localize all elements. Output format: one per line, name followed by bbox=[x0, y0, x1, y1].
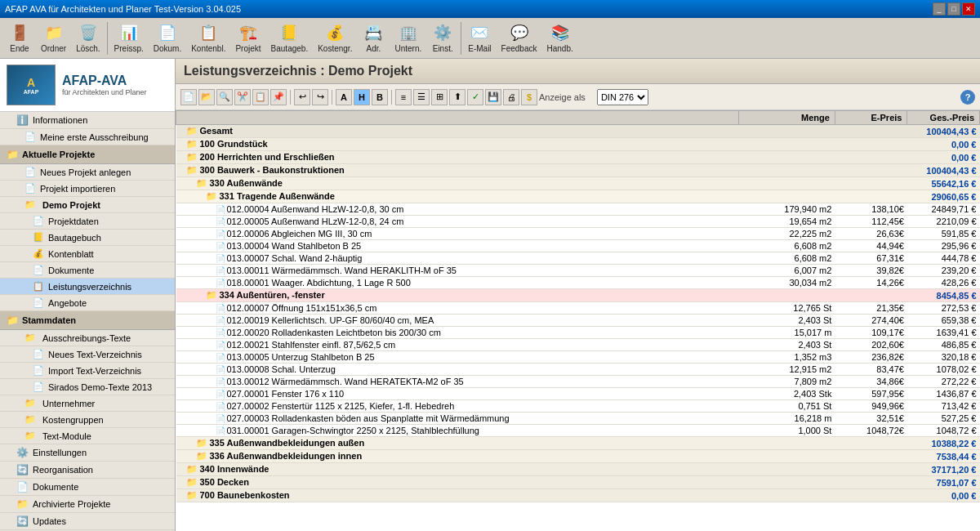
sidebar-item-sirados[interactable]: 📄 Sirados Demo-Texte 2013 bbox=[0, 379, 175, 395]
sidebar-item-projektdaten[interactable]: 📄 Projektdaten bbox=[0, 213, 175, 230]
kontenbl-button[interactable]: 📋 Kontenbl. bbox=[186, 21, 230, 55]
maximize-button[interactable]: □ bbox=[947, 2, 960, 16]
sidebar-item-projekt-importieren[interactable]: 📄 Projekt importieren bbox=[0, 181, 175, 197]
table-row[interactable]: 📁300 Bauwerk - Baukonstruktionen100404,4… bbox=[176, 164, 980, 177]
sidebar-item-angebote[interactable]: 📄 Angebote bbox=[0, 295, 175, 311]
redo-button[interactable]: ↪ bbox=[312, 89, 328, 105]
list-button[interactable]: ≡ bbox=[395, 89, 412, 105]
kostengr-icon: 💰 bbox=[325, 23, 345, 42]
table-row[interactable]: 📁100 Grundstück0,00 € bbox=[176, 138, 980, 151]
adr-button[interactable]: 📇 Adr. bbox=[357, 21, 390, 55]
feedback-button[interactable]: 💬 Feedback bbox=[497, 21, 542, 55]
table-row[interactable]: 📄027.00002 Fenstertür 1125 x 2125, Kiefe… bbox=[176, 400, 980, 413]
table-row[interactable]: 📁340 Innenwände37171,20 € bbox=[176, 463, 980, 476]
sidebar-item-updates[interactable]: 🔄 Updates bbox=[0, 513, 175, 530]
table-row[interactable]: 📄012.00004 Außenwand HLzW-12-0,8, 30 cm1… bbox=[176, 203, 980, 216]
table-row[interactable]: 📄013.00008 Schal. Unterzug12,915 m283,47… bbox=[176, 364, 980, 376]
list3-button[interactable]: ⊞ bbox=[431, 89, 448, 105]
table-row[interactable]: 📄031.00001 Garagen-Schwingtor 2250 x 212… bbox=[176, 425, 980, 437]
row-menge: 12,915 m2 bbox=[738, 364, 835, 376]
projekt-button[interactable]: 🏗️ Projekt bbox=[230, 21, 265, 55]
ende-button[interactable]: 🚪 Ende bbox=[3, 21, 36, 55]
table-row[interactable]: 📁336 Außenwandbekleidungen innen7538,44 … bbox=[176, 450, 980, 463]
sidebar-item-bautagebuch[interactable]: 📒 Bautagebuch bbox=[0, 230, 175, 246]
print-button[interactable]: 🖨 bbox=[503, 89, 519, 105]
bold2-button[interactable]: B bbox=[372, 89, 388, 105]
sidebar-section-stammdaten[interactable]: 📁 Stammdaten bbox=[0, 311, 175, 330]
table-row[interactable]: 📁200 Herrichten und Erschließen0,00 € bbox=[176, 151, 980, 164]
sidebar-item-dokumente[interactable]: 📄 Dokumente bbox=[0, 262, 175, 279]
table-row[interactable]: 📄013.00007 Schal. Wand 2-häuptig6,608 m2… bbox=[176, 252, 980, 265]
help-button[interactable]: ? bbox=[960, 90, 975, 105]
table-row[interactable]: 📁331 Tragende Außenwände29060,65 € bbox=[176, 190, 980, 203]
table-area[interactable]: Menge E-Preis Ges.-Preis 📁Gesamt100404,4… bbox=[176, 110, 980, 531]
sidebar-item-archivierte-projekte[interactable]: 📁 Archivierte Projekte bbox=[0, 496, 175, 513]
table-row[interactable]: 📄012.00006 Abgleichen MG III, 30 cm22,22… bbox=[176, 228, 980, 240]
table-row[interactable]: 📄012.00020 Rolladenkasten Leichtbeton bi… bbox=[176, 327, 980, 339]
table-row[interactable]: 📄027.00001 Fenster 176 x 1102,403 Stk597… bbox=[176, 388, 980, 400]
highlight-button[interactable]: H bbox=[354, 89, 370, 105]
table-row[interactable]: 📄013.00005 Unterzug Stahlbeton B 251,352… bbox=[176, 351, 980, 364]
close-button[interactable]: ✕ bbox=[962, 2, 975, 16]
table-row[interactable]: 📄013.00012 Wärmedämmsch. Wand HERATEKTA-… bbox=[176, 376, 980, 388]
table-row[interactable]: 📄013.00011 Wärmedämmsch. Wand HERAKLITH-… bbox=[176, 265, 980, 277]
sidebar-item-meine-ausschreibung[interactable]: 📄 Meine erste Ausschreibung bbox=[0, 129, 175, 145]
sidebar-item-text-module[interactable]: 📁 Text-Module bbox=[0, 428, 175, 444]
sidebar-item-einstellungen[interactable]: ⚙️ Einstellungen bbox=[0, 444, 175, 462]
losch-button[interactable]: 🗑️ Lösch. bbox=[71, 21, 105, 55]
table-row[interactable]: 📁330 Außenwände55642,16 € bbox=[176, 177, 980, 190]
sidebar-item-neues-projekt[interactable]: 📄 Neues Projekt anlegen bbox=[0, 164, 175, 181]
sidebar-item-reorganisation[interactable]: 🔄 Reorganisation bbox=[0, 462, 175, 479]
dokum-button[interactable]: 📄 Dokum. bbox=[149, 21, 186, 55]
copy-button[interactable]: 📋 bbox=[252, 89, 269, 105]
kostengr-button[interactable]: 💰 Kostengr. bbox=[313, 21, 357, 55]
angebote-icon: 📄 bbox=[33, 297, 44, 308]
import-button[interactable]: ⬆ bbox=[449, 89, 466, 105]
handb-button[interactable]: 📚 Handb. bbox=[542, 21, 578, 55]
table-row[interactable]: 📄012.00021 Stahlfenster einfl. 87,5/62,5… bbox=[176, 339, 980, 351]
open-button[interactable]: 📂 bbox=[198, 89, 215, 105]
table-row[interactable]: 📄018.00001 Waager. Abdichtung, 1 Lage R … bbox=[176, 277, 980, 289]
sidebar-item-demo-projekt[interactable]: 📁 Demo Projekt bbox=[0, 197, 175, 213]
row-label: 📄013.00008 Schal. Unterzug bbox=[176, 364, 739, 376]
preissp-button[interactable]: 📊 Preissp. bbox=[109, 21, 149, 55]
sidebar-item-leistungsverzeichnis[interactable]: 📋 Leistungsverzeichnis bbox=[0, 279, 175, 295]
search-button[interactable]: 🔍 bbox=[216, 89, 233, 105]
table-row[interactable]: 📁335 Außenwandbekleidungen außen10388,22… bbox=[176, 437, 980, 450]
sidebar-item-informationen[interactable]: ℹ️ Informationen bbox=[0, 112, 175, 129]
einst-button[interactable]: ⚙️ Einst. bbox=[426, 21, 459, 55]
undo-button[interactable]: ↩ bbox=[294, 89, 310, 105]
sidebar-item-neues-text-verz[interactable]: 📄 Neues Text-Verzeichnis bbox=[0, 346, 175, 363]
minimize-button[interactable]: _ bbox=[933, 2, 946, 16]
save-button[interactable]: 💾 bbox=[485, 89, 501, 105]
sidebar-item-unternehmer[interactable]: 📁 Unternehmer bbox=[0, 395, 175, 412]
ordner-button[interactable]: 📁 Ordner bbox=[36, 21, 71, 55]
table-row[interactable]: 📄027.00003 Rolladenkasten böden aus Span… bbox=[176, 413, 980, 425]
col-description bbox=[176, 111, 739, 125]
check-button[interactable]: ✓ bbox=[467, 89, 483, 105]
cut-button[interactable]: ✂️ bbox=[234, 89, 251, 105]
table-row[interactable]: 📄012.00005 Außenwand HLzW-12-0,8, 24 cm1… bbox=[176, 216, 980, 228]
table-row[interactable]: 📁334 Außentüren, -fenster8454,85 € bbox=[176, 289, 980, 302]
bold-button[interactable]: A bbox=[336, 89, 352, 105]
new-button[interactable]: 📄 bbox=[180, 89, 197, 105]
sidebar-item-import-text-verz[interactable]: 📄 Import Text-Verzeichnis bbox=[0, 363, 175, 379]
list2-button[interactable]: ☰ bbox=[413, 89, 430, 105]
sidebar-item-dokumente2[interactable]: 📄 Dokumente bbox=[0, 479, 175, 496]
sidebar-item-kostengruppen[interactable]: 📁 Kostengruppen bbox=[0, 412, 175, 428]
sidebar-item-aktuelle-projekte[interactable]: 📁 Aktuelle Projekte bbox=[0, 145, 175, 164]
table-row[interactable]: 📁350 Decken7591,07 € bbox=[176, 476, 980, 489]
untern-button[interactable]: 🏢 Untern. bbox=[390, 21, 426, 55]
sidebar-item-ausschreibungs-texte[interactable]: 📁 Ausschreibungs-Texte bbox=[0, 330, 175, 346]
table-row[interactable]: 📁Gesamt100404,43 € bbox=[176, 125, 980, 138]
table-row[interactable]: 📄012.00019 Kellerlichtsch. UP-GF 80/60/4… bbox=[176, 315, 980, 327]
table-row[interactable]: 📄012.00007 Öffnung 151x151x36,5 cm12,765… bbox=[176, 302, 980, 315]
table-row[interactable]: 📄013.00004 Wand Stahlbeton B 256,608 m24… bbox=[176, 240, 980, 252]
email-button[interactable]: ✉️ E-Mail bbox=[463, 21, 496, 55]
table-row[interactable]: 📁700 Baunebenkosten0,00 € bbox=[176, 489, 980, 502]
export-button[interactable]: $ bbox=[521, 89, 537, 105]
anzeige-select[interactable]: DIN 276 STLB Freitext bbox=[597, 89, 648, 105]
paste-button[interactable]: 📌 bbox=[270, 89, 287, 105]
bautageb-button[interactable]: 📒 Bautageb. bbox=[266, 21, 314, 55]
sidebar-item-kontenblatt[interactable]: 💰 Kontenblatt bbox=[0, 246, 175, 262]
